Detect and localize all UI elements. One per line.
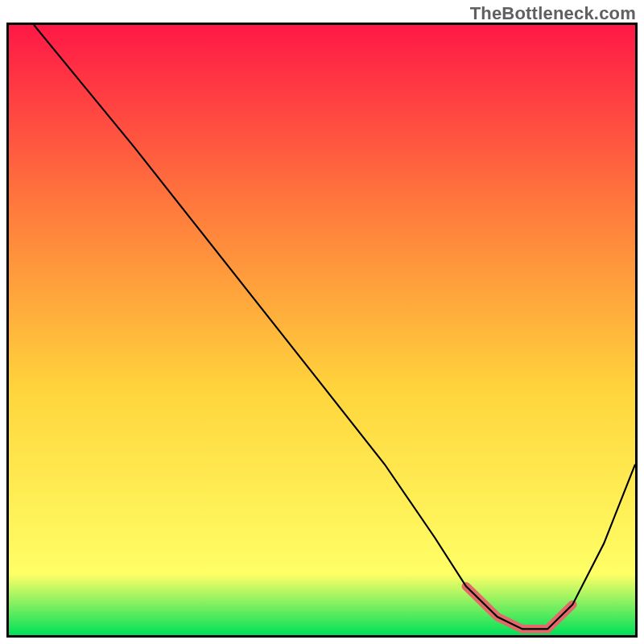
- chart-stage: TheBottleneck.com: [0, 0, 644, 644]
- watermark-text: TheBottleneck.com: [470, 3, 636, 24]
- plot-area: [6, 23, 638, 638]
- bottleneck-curve: [34, 25, 635, 629]
- highlight-segment: [466, 586, 572, 629]
- curve-layer: [9, 25, 635, 635]
